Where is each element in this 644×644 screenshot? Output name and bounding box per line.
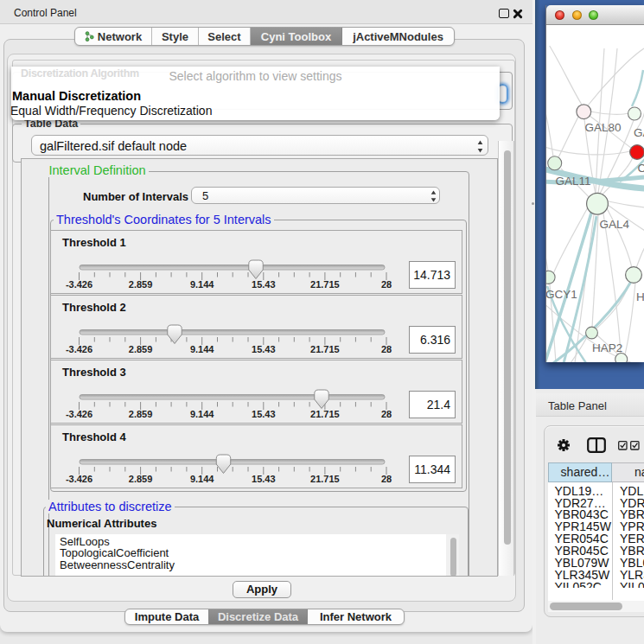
svg-text:28: 28 — [381, 474, 392, 484]
svg-text:GAL4: GAL4 — [600, 218, 630, 231]
svg-text:15.43: 15.43 — [252, 344, 276, 354]
svg-text:9.144: 9.144 — [190, 279, 214, 290]
svg-text:HAP2: HAP2 — [592, 341, 622, 354]
svg-text:GA: GA — [634, 126, 644, 139]
svg-text:9.144: 9.144 — [190, 474, 214, 484]
svg-text:GAL80: GAL80 — [585, 121, 622, 134]
svg-text:-3.426: -3.426 — [66, 344, 92, 354]
svg-text:28: 28 — [381, 279, 392, 290]
svg-text:-3.426: -3.426 — [66, 474, 92, 484]
svg-text:2.859: 2.859 — [129, 279, 153, 290]
svg-text:GCY1: GCY1 — [546, 288, 577, 301]
svg-text:28: 28 — [381, 344, 392, 354]
svg-text:21.715: 21.715 — [310, 344, 340, 354]
svg-text:21.715: 21.715 — [310, 279, 340, 290]
svg-text:GAL11: GAL11 — [555, 175, 590, 188]
svg-text:15.43: 15.43 — [252, 279, 276, 290]
svg-text:21.715: 21.715 — [310, 474, 340, 484]
svg-text:-3.426: -3.426 — [66, 279, 92, 290]
svg-text:15.43: 15.43 — [252, 409, 276, 419]
svg-text:H: H — [636, 290, 644, 303]
svg-text:28: 28 — [381, 409, 392, 419]
svg-text:2.859: 2.859 — [129, 474, 153, 484]
svg-text:C: C — [638, 162, 644, 175]
svg-text:9.144: 9.144 — [190, 409, 214, 419]
svg-text:15.43: 15.43 — [252, 474, 276, 484]
svg-text:9.144: 9.144 — [190, 344, 214, 354]
svg-text:2.859: 2.859 — [129, 409, 153, 419]
svg-text:-3.426: -3.426 — [66, 409, 92, 419]
svg-text:2.859: 2.859 — [129, 344, 153, 354]
svg-text:21.715: 21.715 — [310, 409, 340, 419]
